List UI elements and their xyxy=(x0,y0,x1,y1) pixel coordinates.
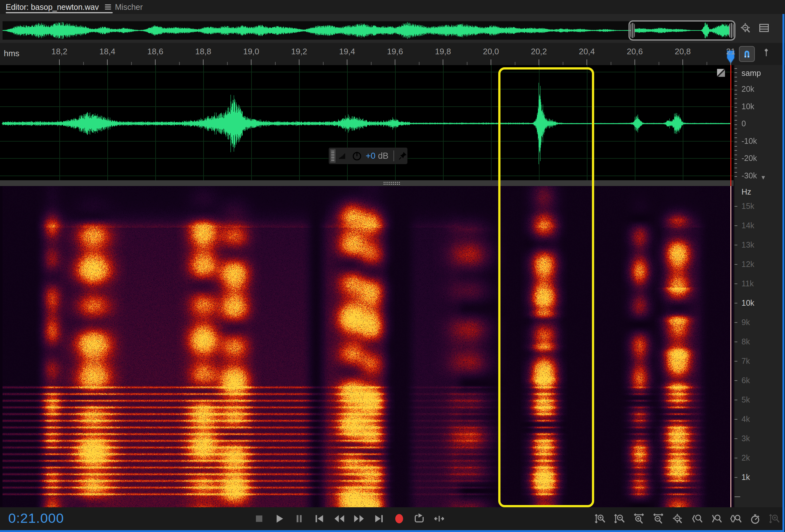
zoom-out-full-icon[interactable] xyxy=(740,22,751,34)
amp-scale-label: -10k xyxy=(741,136,757,145)
gain-hud[interactable]: +0 dB xyxy=(329,148,407,164)
ruler-tick-label: 19,8 xyxy=(435,47,451,56)
tracklist-icon[interactable] xyxy=(758,22,770,34)
ruler-tick-minor xyxy=(707,62,707,65)
amp-scale-tick xyxy=(735,176,737,177)
zoom-to-selection-button[interactable] xyxy=(730,513,741,524)
hud-drag-handle[interactable] xyxy=(330,149,336,163)
ruler-tick-minor xyxy=(227,62,228,65)
spectrogram-display[interactable] xyxy=(0,186,734,507)
amp-scale-tick xyxy=(735,133,737,134)
ruler-tick-major xyxy=(538,59,539,65)
freq-scale-tick xyxy=(735,438,737,439)
skip-selection-button[interactable] xyxy=(433,513,445,524)
freq-scale-label: 10k xyxy=(741,298,754,308)
amp-scale-tick xyxy=(735,115,737,116)
ruler-tick-major xyxy=(299,59,300,65)
stop-button[interactable] xyxy=(253,513,265,524)
corner-icon[interactable] xyxy=(717,69,725,77)
playhead-line-waveform[interactable] xyxy=(730,65,731,186)
knob-icon[interactable] xyxy=(352,151,362,161)
freq-scale-zero-tick xyxy=(735,497,740,497)
ruler-tick-minor xyxy=(275,62,276,65)
zoom-out-vertical-button[interactable] xyxy=(614,513,625,524)
freq-scale-label: 3k xyxy=(741,434,750,443)
amp-scale-label: 20k xyxy=(741,84,754,94)
marker-icon[interactable] xyxy=(761,47,772,61)
rewind-button[interactable] xyxy=(333,513,345,524)
goto-start-icon xyxy=(313,513,325,524)
overview-range-selector[interactable] xyxy=(629,20,735,41)
zoom-in-vertical-icon xyxy=(769,513,780,524)
audition-editor-window: Editor: basop_newton.wav Mischer hms 18,… xyxy=(0,0,785,532)
tab-editor[interactable]: Editor: basop_newton.wav xyxy=(6,0,113,14)
ruler-tick-major xyxy=(586,59,587,65)
snap-toggle-button[interactable] xyxy=(739,46,755,62)
range-handle-left[interactable] xyxy=(630,23,635,38)
range-handle-right[interactable] xyxy=(729,23,734,38)
level-meter-icon xyxy=(338,151,348,161)
amp-scale-tick xyxy=(735,137,737,138)
panel-splitter[interactable] xyxy=(0,180,734,186)
ruler-tick-major xyxy=(443,59,443,65)
playhead-line-spectrogram[interactable] xyxy=(730,186,731,507)
zoom-in-outpoint-button[interactable] xyxy=(711,513,722,524)
ruler-tick-minor xyxy=(323,62,324,65)
ruler-tick-minor xyxy=(467,62,467,65)
freq-scale-tick xyxy=(735,380,737,381)
tab-mischer[interactable]: Mischer xyxy=(115,0,143,14)
stop-icon xyxy=(253,513,265,524)
pin-icon[interactable] xyxy=(398,151,407,161)
zoom-out-full-button[interactable] xyxy=(672,513,683,524)
splitter-grip[interactable] xyxy=(384,182,400,185)
overview-waveform[interactable] xyxy=(3,21,734,40)
play-button[interactable] xyxy=(273,513,285,524)
zoom-out-full-icon xyxy=(672,513,683,524)
gain-value[interactable]: +0 xyxy=(365,151,375,161)
freq-scale-label: 15k xyxy=(741,202,754,211)
tab-mischer-label: Mischer xyxy=(115,3,143,12)
amp-scale-tick xyxy=(735,68,737,69)
ruler-tick-label: 18,4 xyxy=(99,47,116,56)
ruler-tick-major xyxy=(682,59,683,65)
ruler-tick-label: 20,0 xyxy=(483,47,499,56)
ruler-tick-label: 21 xyxy=(726,47,735,56)
loop-playback-button[interactable] xyxy=(413,513,425,524)
timeline-ruler[interactable]: hms 18,218,418,618,819,019,219,419,619,8… xyxy=(0,43,785,65)
ruler-tick-minor xyxy=(83,62,84,65)
record-button[interactable] xyxy=(394,513,405,524)
ruler-tick-minor xyxy=(659,62,659,65)
ruler-tick-major xyxy=(251,59,252,65)
ruler-tick-major xyxy=(155,59,156,65)
timecode-display[interactable]: 0:21.000 xyxy=(8,510,64,526)
freq-scale-label: 5k xyxy=(741,395,750,404)
zoom-in-inpoint-button[interactable] xyxy=(691,513,703,524)
ruler-tick-label: 18,8 xyxy=(195,47,211,56)
amp-scale-tick xyxy=(735,155,737,155)
tab-editor-label: Editor: basop_newton.wav xyxy=(6,3,99,12)
zoom-toolbar xyxy=(594,507,780,530)
waveform-display[interactable]: +0 dB xyxy=(0,65,734,180)
amplitude-scale: samp20k10k0-10k-20k-30k xyxy=(735,65,783,180)
freq-scale-label: 2k xyxy=(741,453,750,462)
amp-scale-tick xyxy=(735,111,737,112)
zoom-in-horizontal-button[interactable] xyxy=(633,513,644,524)
amp-scale-tick xyxy=(735,150,737,151)
timer-button[interactable] xyxy=(750,513,761,524)
pause-button[interactable] xyxy=(294,513,305,524)
fast-forward-button[interactable] xyxy=(353,513,365,524)
goto-end-button[interactable] xyxy=(374,513,385,524)
zoom-out-horizontal-button[interactable] xyxy=(653,513,664,524)
freq-scale-label: 6k xyxy=(741,376,750,385)
zoom-in-vertical-button[interactable] xyxy=(594,513,606,524)
freq-scale-label: 8k xyxy=(741,337,750,346)
amp-scale-tick xyxy=(735,107,737,108)
spectrogram-canvas[interactable] xyxy=(0,186,734,507)
amp-scale-tick xyxy=(735,172,737,173)
hamburger-icon[interactable] xyxy=(103,2,113,12)
amp-scale-tick xyxy=(735,159,737,160)
freq-scale-label: 9k xyxy=(741,318,750,327)
ruler-tick-major xyxy=(634,59,635,65)
ruler-tick-label: 19,2 xyxy=(291,47,307,56)
goto-start-button[interactable] xyxy=(313,513,325,524)
